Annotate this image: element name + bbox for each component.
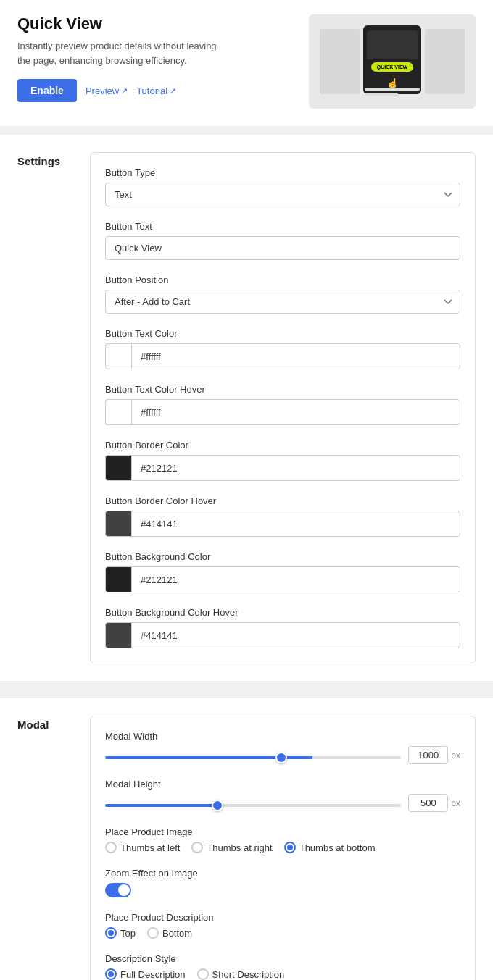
preview-link[interactable]: Preview ↗ [86, 85, 128, 96]
button-text-color-row [105, 343, 460, 369]
desc-top-option[interactable]: Top [105, 927, 136, 939]
tutorial-link[interactable]: Tutorial ↗ [136, 85, 176, 96]
button-text-color-input[interactable] [131, 343, 460, 369]
button-border-color-input[interactable] [131, 455, 460, 481]
short-desc-option[interactable]: Short Description [197, 968, 285, 980]
page-title: Quick View [17, 14, 294, 33]
zoom-effect-label: Zoom Effect on Image [105, 868, 460, 879]
button-border-color-row [105, 455, 460, 481]
place-product-desc-label: Place Product Description [105, 912, 460, 923]
divider-2 [0, 681, 493, 690]
short-desc-radio[interactable] [197, 968, 209, 980]
button-text-color-hover-input[interactable] [131, 399, 460, 425]
modal-height-value-box: px [408, 794, 460, 812]
button-border-color-hover-field: Button Border Color Hover [105, 495, 460, 537]
modal-height-input[interactable] [408, 794, 448, 812]
external-link-icon-2: ↗ [170, 86, 176, 96]
button-bg-color-swatch[interactable] [105, 566, 131, 592]
modal-height-slider-row: px [105, 794, 460, 812]
zoom-effect-field: Zoom Effect on Image [105, 868, 460, 897]
button-border-color-hover-input[interactable] [131, 511, 460, 537]
header-actions: Enable Preview ↗ Tutorial ↗ [17, 79, 294, 102]
thumbs-right-radio[interactable] [191, 842, 203, 853]
button-type-label: Button Type [105, 167, 460, 178]
place-product-desc-field: Place Product Description Top Bottom [105, 912, 460, 939]
description-style-field: Description Style Full Description Short… [105, 953, 460, 980]
button-border-color-label: Button Border Color [105, 440, 460, 451]
header-left: Quick View Instantly preview product det… [17, 14, 294, 102]
divider-1 [0, 126, 493, 135]
modal-height-field: Modal Height px [105, 779, 460, 812]
description-style-label: Description Style [105, 953, 460, 964]
thumbs-right-option[interactable]: Thumbs at right [191, 842, 272, 853]
button-border-color-hover-swatch[interactable] [105, 511, 131, 537]
button-text-color-hover-label: Button Text Color Hover [105, 384, 460, 395]
button-bg-color-hover-swatch[interactable] [105, 622, 131, 648]
button-bg-color-hover-input[interactable] [131, 622, 460, 648]
page-wrapper: Quick View Instantly preview product det… [0, 0, 493, 980]
button-border-color-swatch[interactable] [105, 455, 131, 481]
modal-width-value-box: px [408, 746, 460, 764]
button-bg-color-hover-row [105, 622, 460, 648]
button-text-color-hover-row [105, 399, 460, 425]
modal-width-slider[interactable] [105, 756, 401, 759]
zoom-effect-toggle[interactable] [105, 883, 131, 897]
button-position-label: Button Position [105, 275, 460, 285]
button-type-select[interactable]: Text Icon Icon + Text [105, 183, 460, 206]
preview-image: QUICK VIEW ☝ [309, 14, 476, 109]
desc-bottom-radio[interactable] [147, 927, 159, 939]
button-bg-color-label: Button Background Color [105, 551, 460, 562]
place-product-image-radio-group: Thumbs at left Thumbs at right Thumbs at… [105, 842, 460, 853]
thumbs-left-option[interactable]: Thumbs at left [105, 842, 180, 853]
thumbs-bottom-radio[interactable] [284, 842, 296, 853]
quick-view-badge: QUICK VIEW [371, 62, 413, 72]
settings-label: Settings [17, 152, 75, 663]
place-product-image-field: Place Product Image Thumbs at left Thumb… [105, 826, 460, 853]
modal-label: Modal [17, 716, 75, 980]
button-text-color-hover-swatch[interactable] [105, 399, 131, 425]
button-text-color-swatch[interactable] [105, 343, 131, 369]
button-bg-color-field: Button Background Color [105, 551, 460, 592]
button-bg-color-hover-field: Button Background Color Hover [105, 607, 460, 648]
thumbs-left-radio[interactable] [105, 842, 117, 853]
button-text-color-label: Button Text Color [105, 328, 460, 339]
place-product-image-label: Place Product Image [105, 826, 460, 837]
button-text-color-hover-field: Button Text Color Hover [105, 384, 460, 425]
modal-width-field: Modal Width px [105, 731, 460, 764]
desc-top-radio[interactable] [105, 927, 117, 939]
modal-width-input[interactable] [408, 746, 448, 764]
button-border-color-hover-row [105, 511, 460, 537]
button-bg-color-row [105, 566, 460, 592]
modal-height-label: Modal Height [105, 779, 460, 790]
button-position-select[interactable]: After - Add to Cart Before - Add to Cart… [105, 290, 460, 314]
desc-bottom-option[interactable]: Bottom [147, 927, 192, 939]
modal-width-slider-container [105, 750, 401, 761]
description-style-radio-group: Full Description Short Description [105, 968, 460, 980]
thumbs-bottom-option[interactable]: Thumbs at bottom [284, 842, 376, 853]
modal-height-slider-container [105, 797, 401, 809]
phone-mockup: QUICK VIEW ☝ [363, 25, 421, 94]
button-bg-color-input[interactable] [131, 566, 460, 592]
button-text-color-field: Button Text Color [105, 328, 460, 369]
button-text-label: Button Text [105, 221, 460, 232]
button-border-color-hover-label: Button Border Color Hover [105, 495, 460, 506]
header-description: Instantly preview product details withou… [17, 39, 220, 67]
modal-width-slider-row: px [105, 746, 460, 764]
place-product-desc-radio-group: Top Bottom [105, 927, 460, 939]
modal-height-slider[interactable] [105, 804, 401, 807]
enable-button[interactable]: Enable [17, 79, 77, 102]
button-border-color-field: Button Border Color [105, 440, 460, 481]
modal-panel: Modal Width px Modal Height [90, 716, 476, 980]
settings-section: Settings Button Type Text Icon Icon + Te… [0, 135, 493, 681]
external-link-icon: ↗ [121, 86, 128, 96]
full-desc-option[interactable]: Full Description [105, 968, 186, 980]
button-text-input[interactable] [105, 236, 460, 260]
button-position-field: Button Position After - Add to Cart Befo… [105, 275, 460, 314]
header-section: Quick View Instantly preview product det… [0, 0, 493, 126]
full-desc-radio[interactable] [105, 968, 117, 980]
modal-height-unit: px [451, 798, 460, 808]
button-text-field: Button Text [105, 221, 460, 260]
modal-width-label: Modal Width [105, 731, 460, 742]
settings-panel: Button Type Text Icon Icon + Text Button… [90, 152, 476, 663]
button-type-field: Button Type Text Icon Icon + Text [105, 167, 460, 206]
